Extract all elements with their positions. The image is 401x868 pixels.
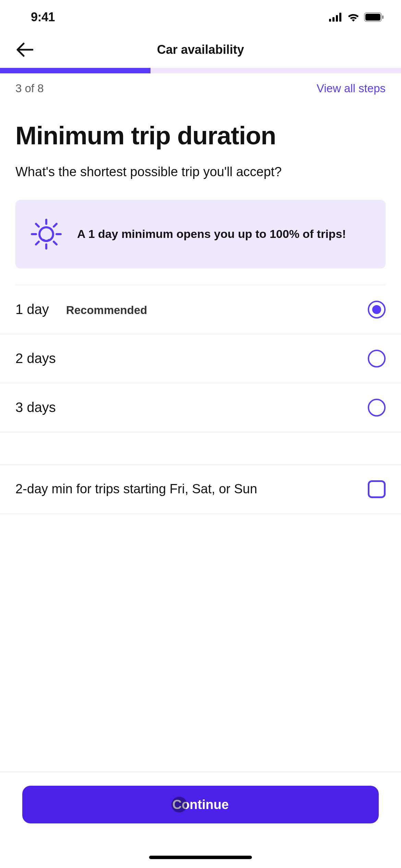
recommended-tag: Recommended [66, 304, 147, 317]
progress-bar [0, 68, 401, 73]
lightbulb-icon [29, 217, 63, 251]
progress-fill [0, 68, 150, 73]
svg-point-7 [39, 227, 53, 241]
svg-rect-3 [339, 13, 341, 22]
section-gap [0, 432, 401, 465]
radio-unselected[interactable] [368, 399, 386, 417]
wifi-icon [347, 12, 360, 22]
page-title: Car availability [157, 43, 244, 57]
back-button[interactable] [14, 39, 36, 61]
option-3days[interactable]: 3 days [0, 383, 401, 432]
option-label: 3 days [15, 400, 56, 415]
checkbox-unchecked[interactable] [368, 480, 386, 498]
svg-rect-2 [336, 15, 338, 22]
info-text: A 1 day minimum opens you up to 100% of … [77, 227, 346, 241]
radio-selected[interactable] [368, 301, 386, 318]
step-indicator-row: 3 of 8 View all steps [0, 73, 401, 95]
subheading: What's the shortest possible trip you'll… [15, 165, 386, 179]
status-time: 9:41 [31, 10, 55, 24]
svg-line-14 [54, 224, 57, 227]
step-count: 3 of 8 [15, 82, 44, 95]
weekend-min-option[interactable]: 2-day min for trips starting Fri, Sat, o… [0, 465, 401, 514]
heading: Minimum trip duration [15, 122, 386, 149]
home-indicator[interactable] [149, 856, 252, 859]
svg-line-12 [36, 224, 39, 227]
battery-icon [364, 12, 384, 22]
cellular-icon [329, 13, 343, 22]
option-1day[interactable]: 1 day Recommended [0, 285, 401, 334]
continue-button[interactable]: Continue [22, 786, 379, 823]
weekend-label: 2-day min for trips starting Fri, Sat, o… [15, 482, 257, 496]
touch-indicator [171, 797, 187, 812]
status-bar: 9:41 [0, 0, 401, 34]
options-list: 1 day Recommended 2 days 3 days 2-day mi… [15, 285, 386, 514]
radio-unselected[interactable] [368, 350, 386, 367]
info-tip-box: A 1 day minimum opens you up to 100% of … [15, 200, 386, 268]
navigation-bar: Car availability [0, 34, 401, 65]
status-indicators [329, 12, 384, 22]
svg-rect-6 [382, 15, 384, 19]
svg-line-13 [54, 242, 57, 244]
svg-rect-0 [329, 19, 331, 22]
svg-line-15 [36, 242, 39, 244]
option-label: 2 days [15, 351, 56, 366]
svg-rect-5 [365, 14, 380, 21]
arrow-left-icon [16, 43, 33, 57]
option-label: 1 day [15, 302, 49, 317]
view-all-steps-link[interactable]: View all steps [317, 82, 386, 95]
footer: Continue [0, 772, 401, 868]
svg-rect-1 [332, 17, 335, 22]
option-2days[interactable]: 2 days [0, 334, 401, 383]
